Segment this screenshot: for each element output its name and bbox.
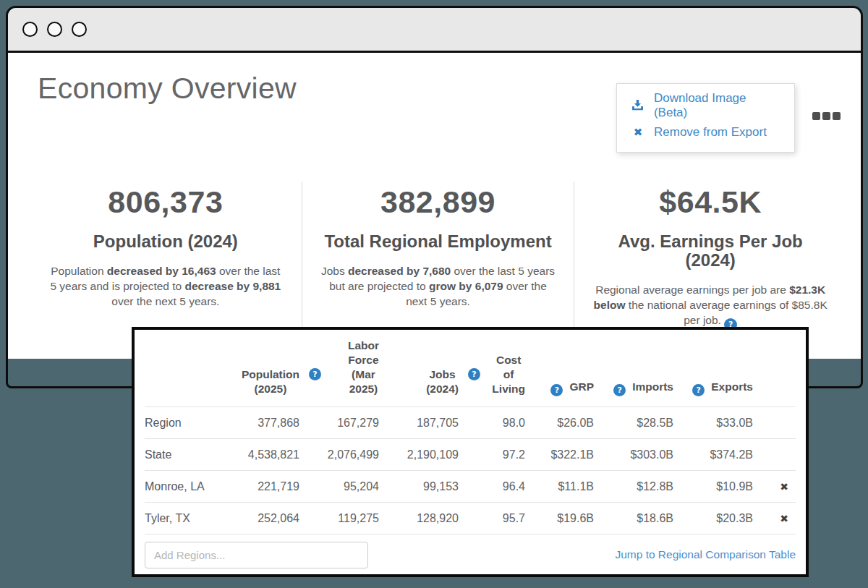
export-menu: Download Image (Beta) ✖ Remove from Expo…: [616, 83, 795, 153]
cell-labor-force: 2,076,499: [299, 439, 379, 471]
cell-population: 4,538,821: [224, 439, 299, 471]
cell-imports: $12.8B: [594, 471, 673, 503]
cell-region-name: Region: [145, 407, 224, 439]
cell-exports: $10.9B: [673, 471, 753, 503]
help-icon[interactable]: ?: [309, 368, 321, 380]
cell-cost-of-living: 95.7: [459, 503, 525, 534]
cell-jobs: 128,920: [379, 503, 459, 534]
table-row-tyler-tx: Tyler, TX 252,064 119,275 128,920 95.7 $…: [145, 503, 796, 534]
download-icon: [629, 99, 647, 111]
table-row-monroe-la: Monroe, LA 221,719 95,204 99,153 96.4 $1…: [145, 471, 796, 503]
cell-cost-of-living: 97.2: [459, 439, 525, 471]
col-header-cost-of-living: Cost of Living: [459, 330, 525, 407]
stat-value: $64.5K: [593, 186, 827, 218]
col-header-imports: ?Imports: [594, 330, 673, 407]
cell-region-name: State: [145, 439, 224, 471]
cell-remove: [753, 439, 796, 471]
cell-population: 221,719: [224, 471, 299, 503]
cell-exports: $20.3B: [673, 503, 753, 534]
stat-label: Population (2024): [48, 232, 283, 251]
cell-jobs: 187,705: [379, 407, 459, 439]
table-row-state: State 4,538,821 2,076,499 2,190,109 97.2…: [145, 439, 796, 471]
cell-labor-force: 95,204: [299, 471, 379, 503]
cell-region-name: Tyler, TX: [145, 503, 224, 534]
page-content: Economy Overview Download Image (Beta) ✖…: [8, 53, 861, 359]
help-icon[interactable]: ?: [468, 368, 480, 380]
cell-labor-force: 119,275: [299, 503, 379, 534]
remove-region-button[interactable]: ✖: [780, 481, 788, 493]
cell-imports: $303.0B: [594, 439, 673, 471]
cell-exports: $33.0B: [673, 407, 753, 439]
stat-card-employment: 382,899 Total Regional Employment Jobs d…: [302, 182, 574, 331]
stat-card-earnings: $64.5K Avg. Earnings Per Job (2024) Regi…: [574, 182, 846, 331]
cell-exports: $374.2B: [673, 439, 753, 471]
help-icon[interactable]: ?: [613, 384, 626, 396]
menu-item-label: Download Image (Beta): [654, 91, 783, 120]
regional-comparison-table: Population (2025)? Labor Force (Mar 2025…: [145, 330, 796, 534]
window-titlebar: [8, 8, 861, 53]
cell-jobs: 2,190,109: [379, 439, 459, 471]
cell-population: 377,868: [224, 407, 299, 439]
table-row-region: Region 377,868 167,279 187,705 98.0 $26.…: [145, 407, 796, 439]
stat-label: Total Regional Employment: [321, 232, 556, 251]
cell-cost-of-living: 98.0: [459, 407, 525, 439]
cell-remove: ✖: [753, 471, 796, 503]
help-icon[interactable]: ?: [550, 384, 563, 396]
jump-to-comparison-link[interactable]: Jump to Regional Comparison Table: [615, 548, 796, 561]
stat-description: Regional average earnings per job are $2…: [593, 282, 827, 331]
stat-description: Jobs decreased by 7,680 over the last 5 …: [321, 263, 556, 309]
window-control-icon[interactable]: [22, 22, 38, 37]
help-icon[interactable]: ?: [692, 384, 705, 396]
desktop-background: Economy Overview Download Image (Beta) ✖…: [0, 0, 868, 588]
stats-row: 806,373 Population (2024) Population dec…: [30, 182, 846, 331]
more-options-button[interactable]: [812, 112, 841, 120]
cell-grp: $11.1B: [525, 471, 594, 503]
window-control-icon[interactable]: [72, 22, 87, 37]
regional-table-panel: Population (2025)? Labor Force (Mar 2025…: [132, 327, 809, 577]
cell-grp: $322.1B: [525, 439, 594, 471]
col-header-remove: [753, 330, 796, 407]
menu-item-label: Remove from Export: [654, 125, 767, 140]
cell-imports: $18.6B: [594, 503, 673, 534]
x-icon: ✖: [629, 126, 647, 139]
cell-remove: [753, 407, 796, 439]
table-header-row: Population (2025)? Labor Force (Mar 2025…: [145, 330, 796, 407]
cell-population: 252,064: [224, 503, 299, 534]
menu-item-remove-from-export[interactable]: ✖ Remove from Export: [617, 119, 794, 145]
cell-jobs: 99,153: [379, 471, 459, 503]
stat-card-population: 806,373 Population (2024) Population dec…: [30, 182, 302, 331]
col-header-exports: ?Exports: [673, 330, 753, 407]
cell-labor-force: 167,279: [299, 407, 379, 439]
col-header-grp: ?GRP: [525, 330, 594, 407]
col-header-population: Population (2025)?: [224, 330, 299, 407]
remove-region-button[interactable]: ✖: [780, 513, 788, 524]
cell-cost-of-living: 96.4: [459, 471, 525, 503]
window-control-icon[interactable]: [47, 22, 62, 37]
col-header-region: [145, 330, 224, 407]
stat-label: Avg. Earnings Per Job (2024): [593, 232, 827, 270]
stat-value: 806,373: [48, 186, 283, 218]
cell-grp: $19.6B: [525, 503, 594, 534]
cell-remove: ✖: [753, 503, 796, 534]
cell-grp: $26.0B: [525, 407, 594, 439]
col-header-jobs: Jobs (2024)?: [379, 330, 459, 407]
stat-description: Population decreased by 16,463 over the …: [48, 263, 283, 309]
cell-imports: $28.5B: [594, 407, 673, 439]
menu-item-download-image[interactable]: Download Image (Beta): [617, 92, 794, 119]
cell-region-name: Monroe, LA: [145, 471, 224, 503]
stat-value: 382,899: [321, 186, 556, 218]
page-title: Economy Overview: [38, 72, 297, 106]
add-regions-input[interactable]: [145, 542, 368, 568]
table-footer: Jump to Regional Comparison Table: [145, 534, 796, 572]
